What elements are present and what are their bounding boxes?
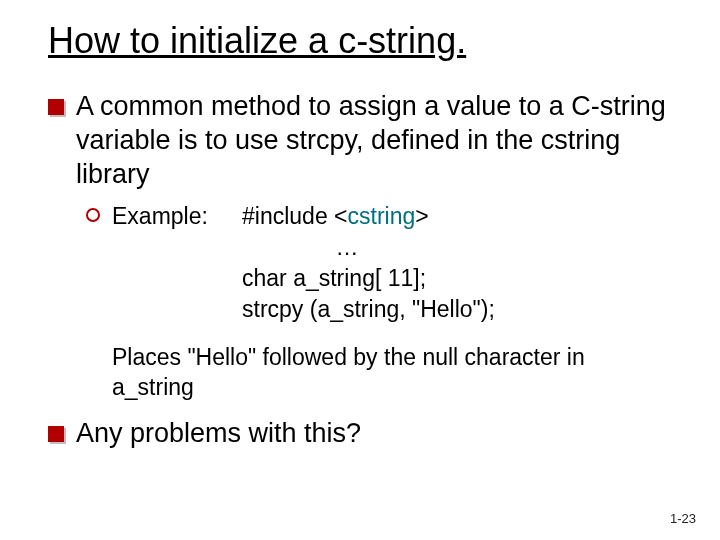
- code-text: #include <: [242, 203, 348, 229]
- slide-title: How to initialize a c-string.: [48, 20, 680, 62]
- code-line: char a_string[ 11];: [242, 263, 680, 294]
- bullet-text: Any problems with this?: [76, 417, 680, 451]
- example-note: Places "Hello" followed by the null char…: [112, 343, 640, 403]
- square-bullet-icon: [48, 426, 64, 442]
- example-label: Example:: [112, 201, 242, 232]
- code-keyword: cstring: [348, 203, 416, 229]
- bullet-level1: Any problems with this?: [48, 417, 680, 451]
- slide: How to initialize a c-string. A common m…: [0, 0, 720, 540]
- code-block: #include <cstring> … char a_string[ 11];…: [242, 201, 680, 325]
- example-row: Example: #include <cstring> … char a_str…: [112, 201, 680, 325]
- code-ellipsis: …: [242, 232, 452, 263]
- bullet-text: A common method to assign a value to a C…: [76, 90, 680, 191]
- circle-bullet-icon: [86, 208, 100, 222]
- page-number: 1-23: [670, 511, 696, 526]
- bullet-level2: Example: #include <cstring> … char a_str…: [86, 201, 680, 325]
- code-line: strcpy (a_string, "Hello");: [242, 294, 680, 325]
- square-bullet-icon: [48, 99, 64, 115]
- code-text: >: [415, 203, 428, 229]
- bullet-level1: A common method to assign a value to a C…: [48, 90, 680, 191]
- code-line: #include <cstring>: [242, 201, 680, 232]
